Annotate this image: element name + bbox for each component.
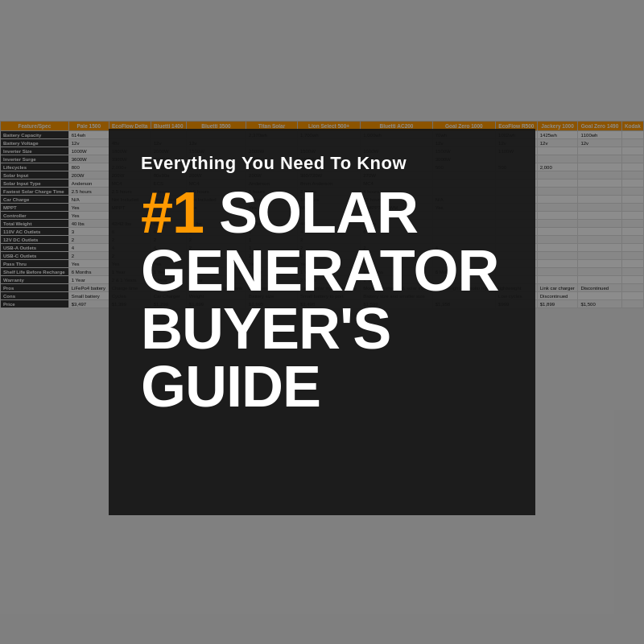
title-line2: GENERATOR [141, 242, 498, 299]
main-overlay-card: Everything You Need To Know #1 SOLAR GEN… [109, 129, 535, 515]
hash-one: #1 [141, 180, 219, 245]
card-title: #1 SOLAR GENERATOR BUYER'S GUIDE [141, 184, 498, 415]
title-line1: #1 SOLAR [141, 184, 498, 242]
title-line4: GUIDE [141, 357, 498, 415]
page-container: Feature/SpecPale 1500EcoFlow DeltaBluett… [0, 0, 644, 644]
title-line3: BUYER'S [141, 299, 498, 357]
card-subtitle: Everything You Need To Know [141, 153, 407, 174]
